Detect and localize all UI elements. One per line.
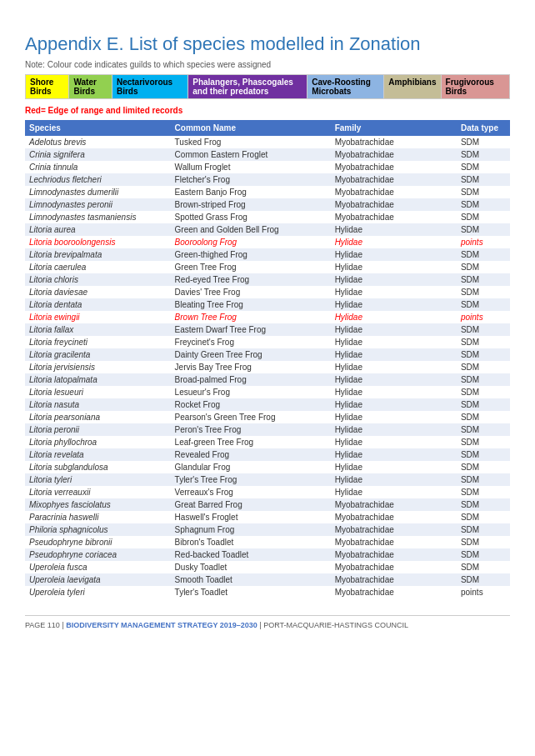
- data-type-cell: SDM: [457, 348, 510, 361]
- table-row: Litoria tyleriTyler's Tree FrogHylidaeSD…: [25, 473, 510, 486]
- family-cell: Hylidae: [331, 286, 457, 298]
- table-row: Pseudophryne bibroniiBibron's ToadletMyo…: [25, 536, 510, 548]
- common-name-cell: Leaf-green Tree Frog: [171, 436, 331, 448]
- species-cell: Litoria caerulea: [25, 261, 171, 273]
- page-title: Appendix E. List of species modelled in …: [25, 33, 510, 55]
- family-cell: Myobatrachidae: [331, 586, 457, 598]
- note-text: Note: Colour code indicates guilds to wh…: [25, 60, 510, 69]
- species-cell: Litoria tyleri: [25, 473, 171, 486]
- family-cell: Hylidae: [331, 361, 457, 373]
- family-cell: Myobatrachidae: [331, 173, 457, 186]
- table-row: Litoria latopalmataBroad-palmed FrogHyli…: [25, 373, 510, 386]
- species-cell: Litoria fallax: [25, 323, 171, 336]
- family-cell: Hylidae: [331, 323, 457, 336]
- common-name-cell: Revealed Frog: [171, 448, 331, 461]
- data-type-cell: SDM: [457, 486, 510, 498]
- table-row: Litoria verreauxiiVerreaux's FrogHylidae…: [25, 486, 510, 498]
- species-cell: Litoria dentata: [25, 298, 171, 311]
- data-type-cell: SDM: [457, 523, 510, 536]
- family-cell: Myobatrachidae: [331, 573, 457, 586]
- species-cell: Pseudophryne coriacea: [25, 548, 171, 561]
- species-cell: Litoria jervisiensis: [25, 361, 171, 373]
- common-name-cell: Green Tree Frog: [171, 261, 331, 273]
- species-cell: Litoria phyllochroa: [25, 436, 171, 448]
- common-name-cell: Peron's Tree Frog: [171, 423, 331, 436]
- data-type-cell: SDM: [457, 511, 510, 523]
- family-cell: Hylidae: [331, 448, 457, 461]
- colour-legend-cell: Cave-Roosting Microbats: [308, 75, 384, 99]
- species-cell: Mixophyes fasciolatus: [25, 498, 171, 511]
- data-type-cell: SDM: [457, 498, 510, 511]
- family-cell: Myobatrachidae: [331, 536, 457, 548]
- species-cell: Limnodynastes tasmaniensis: [25, 211, 171, 223]
- common-name-cell: Great Barred Frog: [171, 498, 331, 511]
- species-cell: Limnodynastes dumerilii: [25, 186, 171, 198]
- colour-legend-cell: Frugivorous Birds: [441, 75, 509, 99]
- common-name-cell: Dainty Green Tree Frog: [171, 348, 331, 361]
- data-type-cell: SDM: [457, 361, 510, 373]
- common-name-cell: Common Eastern Froglet: [171, 148, 331, 161]
- species-cell: Litoria freycineti: [25, 336, 171, 348]
- species-cell: Litoria daviesae: [25, 286, 171, 298]
- common-name-cell: Pearson's Green Tree Frog: [171, 411, 331, 423]
- family-cell: Hylidae: [331, 473, 457, 486]
- family-cell: Myobatrachidae: [331, 198, 457, 211]
- data-type-cell: SDM: [457, 198, 510, 211]
- table-row: Litoria chlorisRed-eyed Tree FrogHylidae…: [25, 273, 510, 286]
- table-row: Limnodynastes tasmaniensisSpotted Grass …: [25, 211, 510, 223]
- family-cell: Hylidae: [331, 461, 457, 473]
- data-type-cell: SDM: [457, 373, 510, 386]
- data-type-cell: SDM: [457, 561, 510, 573]
- family-cell: Hylidae: [331, 273, 457, 286]
- data-type-cell: SDM: [457, 248, 510, 261]
- species-cell: Crinia signifera: [25, 148, 171, 161]
- family-cell: Myobatrachidae: [331, 186, 457, 198]
- data-type-cell: SDM: [457, 336, 510, 348]
- species-cell: Pseudophryne bibronii: [25, 536, 171, 548]
- data-type-cell: SDM: [457, 448, 510, 461]
- species-cell: Limnodynastes peronii: [25, 198, 171, 211]
- table-row: Pseudophryne coriaceaRed-backed ToadletM…: [25, 548, 510, 561]
- data-type-cell: SDM: [457, 261, 510, 273]
- common-name-cell: Bibron's Toadlet: [171, 536, 331, 548]
- species-cell: Litoria brevipalmata: [25, 248, 171, 261]
- common-name-cell: Freycinet's Frog: [171, 336, 331, 348]
- family-cell: Hylidae: [331, 411, 457, 423]
- family-cell: Myobatrachidae: [331, 211, 457, 223]
- species-cell: Litoria revelata: [25, 448, 171, 461]
- family-cell: Hylidae: [331, 486, 457, 498]
- table-row: Litoria pearsonianaPearson's Green Tree …: [25, 411, 510, 423]
- family-cell: Hylidae: [331, 386, 457, 398]
- species-cell: Litoria gracilenta: [25, 348, 171, 361]
- table-row: Adelotus brevisTusked FrogMyobatrachidae…: [25, 136, 510, 148]
- family-cell: Hylidae: [331, 223, 457, 236]
- family-cell: Hylidae: [331, 336, 457, 348]
- common-name-cell: Verreaux's Frog: [171, 486, 331, 498]
- species-cell: Litoria aurea: [25, 223, 171, 236]
- data-type-cell: SDM: [457, 298, 510, 311]
- species-cell: Crinia tinnula: [25, 161, 171, 173]
- colour-legend-cell: Shore Birds: [26, 75, 69, 99]
- colour-legend-cell: Amphibians: [384, 75, 441, 99]
- data-type-cell: SDM: [457, 186, 510, 198]
- colour-legend-cell: Nectarivorous Birds: [112, 75, 188, 99]
- table-row: Litoria freycinetiFreycinet's FrogHylida…: [25, 336, 510, 348]
- data-type-cell: SDM: [457, 211, 510, 223]
- table-row: Crinia tinnulaWallum FrogletMyobatrachid…: [25, 161, 510, 173]
- data-type-cell: SDM: [457, 323, 510, 336]
- species-cell: Litoria booroolongensis: [25, 236, 171, 248]
- family-cell: Myobatrachidae: [331, 511, 457, 523]
- common-name-cell: Brown Tree Frog: [171, 311, 331, 323]
- table-row: Litoria brevipalmataGreen-thighed FrogHy…: [25, 248, 510, 261]
- common-name-cell: Davies' Tree Frog: [171, 286, 331, 298]
- table-row: Litoria nasutaRocket FrogHylidaeSDM: [25, 398, 510, 411]
- table-row: Litoria jervisiensisJervis Bay Tree Frog…: [25, 361, 510, 373]
- data-type-cell: points: [457, 236, 510, 248]
- species-cell: Litoria ewingii: [25, 311, 171, 323]
- species-cell: Litoria subglandulosa: [25, 461, 171, 473]
- footer-org: | PORT-MACQUARIE-HASTINGS COUNCIL: [259, 621, 408, 629]
- common-name-cell: Tyler's Toadlet: [171, 586, 331, 598]
- common-name-cell: Red-backed Toadlet: [171, 548, 331, 561]
- data-type-cell: SDM: [457, 411, 510, 423]
- table-row: Litoria booroolongensisBooroolong FrogHy…: [25, 236, 510, 248]
